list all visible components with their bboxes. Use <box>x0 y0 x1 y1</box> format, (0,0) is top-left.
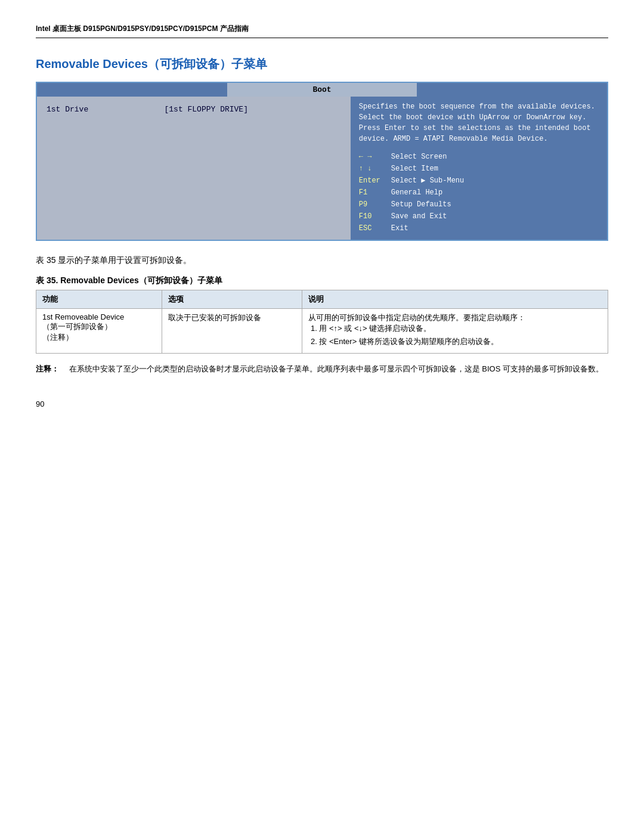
page-header: Intel 桌面主板 D915PGN/D915PSY/D915PCY/D915P… <box>36 24 608 38</box>
bios-nav-item: P9Setup Defaults <box>359 199 599 210</box>
nav-key: F1 <box>359 187 385 198</box>
page-number: 90 <box>36 400 608 408</box>
col-desc: 说明 <box>302 290 608 309</box>
nav-desc: Save and Exit <box>391 211 447 222</box>
table-header-row: 功能 选项 说明 <box>36 290 608 309</box>
nav-key: ESC <box>359 223 385 234</box>
nav-desc: Select Screen <box>391 151 447 162</box>
nav-key: ← → <box>359 151 385 162</box>
bios-nav-item: ← →Select Screen <box>359 151 599 162</box>
bios-left-panel: 1st Drive [1st FLOPPY DRIVE] <box>37 97 351 240</box>
bios-drive-row: 1st Drive [1st FLOPPY DRIVE] <box>44 101 343 117</box>
table-desc: 表 35 显示的子菜单用于设置可拆卸设备。 <box>36 255 608 266</box>
nav-desc: Select ▶ Sub-Menu <box>391 175 464 186</box>
nav-desc: Select Item <box>391 163 438 174</box>
bios-tab-1 <box>37 83 227 97</box>
nav-desc: Exit <box>391 223 408 234</box>
bios-right-panel: Specifies the boot sequence from the ava… <box>351 97 607 240</box>
note-label: 注释： <box>36 364 59 373</box>
bios-tab-boot: Boot <box>227 83 417 97</box>
bios-nav-item: F1General Help <box>359 187 599 198</box>
cell-option: 取决于已安装的可拆卸设备 <box>162 309 302 354</box>
bios-tab-3 <box>417 83 607 97</box>
nav-key: ↑ ↓ <box>359 163 385 174</box>
section-title: Removable Devices（可拆卸设备）子菜单 <box>36 56 608 72</box>
nav-key: P9 <box>359 199 385 210</box>
table-caption: 表 35. Removable Devices（可拆卸设备）子菜单 <box>36 275 608 286</box>
removable-devices-table: 功能 选项 说明 1st Removeable Device（第一可拆卸设备）（… <box>36 290 608 354</box>
cell-feature: 1st Removeable Device（第一可拆卸设备）（注释） <box>36 309 162 354</box>
table-row: 1st Removeable Device（第一可拆卸设备）（注释）取决于已安装… <box>36 309 608 354</box>
col-option: 选项 <box>162 290 302 309</box>
bios-drive-label: 1st Drive <box>47 105 165 114</box>
bios-screenshot: Boot 1st Drive [1st FLOPPY DRIVE] Specif… <box>36 82 608 241</box>
desc-list-item: 按 <Enter> 键将所选设备设为期望顺序的启动设备。 <box>319 336 602 347</box>
nav-key: F10 <box>359 211 385 222</box>
note-text: 在系统中安装了至少一个此类型的启动设备时才显示此启动设备子菜单。此顺序列表中最多… <box>61 364 603 373</box>
note-section: 注释： 在系统中安装了至少一个此类型的启动设备时才显示此启动设备子菜单。此顺序列… <box>36 363 608 376</box>
bios-drive-value: [1st FLOPPY DRIVE] <box>165 105 341 114</box>
bios-header-row: Boot <box>37 83 607 97</box>
cell-desc: 从可用的可拆卸设备中指定启动的优先顺序。要指定启动顺序：用 <↑> 或 <↓> … <box>302 309 608 354</box>
bios-body: 1st Drive [1st FLOPPY DRIVE] Specifies t… <box>37 97 607 240</box>
nav-key: Enter <box>359 175 385 186</box>
bios-nav-item: ↑ ↓Select Item <box>359 163 599 174</box>
bios-help-text: Specifies the boot sequence from the ava… <box>359 101 599 144</box>
bios-nav-item: EnterSelect ▶ Sub-Menu <box>359 175 599 186</box>
nav-desc: Setup Defaults <box>391 199 451 210</box>
bios-nav: ← →Select Screen↑ ↓Select ItemEnterSelec… <box>359 151 599 234</box>
nav-desc: General Help <box>391 187 442 198</box>
col-feature: 功能 <box>36 290 162 309</box>
bios-nav-item: ESCExit <box>359 223 599 234</box>
bios-nav-item: F10Save and Exit <box>359 211 599 222</box>
desc-list-item: 用 <↑> 或 <↓> 键选择启动设备。 <box>319 323 602 334</box>
